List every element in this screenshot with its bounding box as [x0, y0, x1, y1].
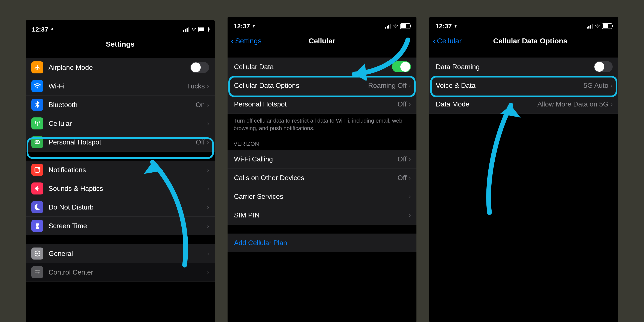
row-label: Calls on Other Devices [234, 174, 398, 182]
row-label: Wi-Fi [48, 82, 187, 90]
chevron-right-icon: › [207, 101, 209, 108]
row-label: Control Center [48, 268, 207, 276]
row-wifi-calling[interactable]: Wi-Fi Calling Off › [228, 150, 416, 168]
row-value: Allow More Data on 5G [537, 100, 608, 108]
chevron-right-icon: › [409, 212, 411, 219]
row-value: Roaming Off [368, 82, 406, 90]
row-value: Off [398, 155, 406, 163]
cellular-icon [31, 118, 43, 130]
row-data-roaming[interactable]: Data Roaming [429, 58, 618, 76]
sounds-icon [31, 182, 43, 194]
row-personal-hotspot[interactable]: Personal Hotspot Off › [228, 95, 416, 114]
row-sim-pin[interactable]: SIM PIN › [228, 206, 416, 224]
status-time: 12:37 [435, 22, 452, 30]
row-label: Add Cellular Plan [234, 239, 411, 247]
battery-icon [602, 24, 612, 29]
dnd-icon [31, 201, 43, 213]
bluetooth-icon [31, 99, 43, 111]
location-icon [50, 27, 54, 32]
toggle-switch[interactable] [594, 61, 613, 72]
annotation-arrow [483, 96, 530, 217]
back-button[interactable]: ‹ Settings [231, 33, 262, 48]
chevron-right-icon: › [207, 82, 209, 90]
wifi-status-icon [393, 24, 398, 28]
chevron-right-icon: › [409, 156, 411, 163]
row-calls-other-devices[interactable]: Calls on Other Devices Off › [228, 168, 416, 187]
toggle-switch[interactable] [392, 61, 411, 72]
location-icon [251, 24, 256, 28]
page-title: Settings [106, 40, 134, 48]
back-label: Settings [235, 37, 262, 45]
svg-rect-8 [35, 272, 40, 273]
general-icon [31, 248, 43, 260]
row-label: Airplane Mode [48, 64, 190, 72]
back-button[interactable]: ‹ Cellular [433, 33, 462, 48]
battery-icon [198, 26, 209, 32]
row-notifications[interactable]: Notifications › [26, 160, 215, 179]
row-airplane-mode[interactable]: Airplane Mode [26, 58, 215, 77]
chevron-left-icon: ‹ [231, 36, 234, 46]
chevron-right-icon: › [207, 166, 209, 174]
chevron-right-icon: › [610, 100, 613, 108]
notifications-icon [31, 164, 43, 176]
row-add-cellular-plan[interactable]: Add Cellular Plan [228, 234, 416, 252]
chevron-right-icon: › [207, 138, 209, 146]
row-do-not-disturb[interactable]: Do Not Disturb › [26, 198, 215, 216]
row-bluetooth[interactable]: Bluetooth On › [26, 96, 215, 114]
row-cellular-data-options[interactable]: Cellular Data Options Roaming Off › [228, 76, 416, 95]
hotspot-icon [31, 136, 43, 148]
row-screen-time[interactable]: Screen Time › [26, 216, 215, 235]
toggle-switch[interactable] [190, 62, 209, 73]
row-voice-and-data[interactable]: Voice & Data 5G Auto › [429, 76, 618, 95]
row-label: General [48, 250, 207, 258]
chevron-right-icon: › [409, 82, 411, 89]
status-time: 12:37 [234, 22, 250, 30]
row-value: Off [196, 138, 205, 146]
row-label: Wi-Fi Calling [234, 155, 398, 163]
row-label: Data Mode [436, 100, 537, 108]
chevron-right-icon: › [207, 268, 209, 276]
status-time: 12:37 [32, 26, 48, 33]
chevron-right-icon: › [207, 250, 209, 257]
wifi-status-icon [191, 27, 197, 32]
back-label: Cellular [437, 37, 462, 45]
screenshot-settings: 12:37 Settings Airplane Mode Wi-Fi Tucks… [26, 20, 215, 322]
navigation-bar: ‹ Settings Cellular [228, 33, 416, 48]
row-label: Sounds & Haptics [48, 184, 207, 192]
row-control-center[interactable]: Control Center › [26, 263, 215, 282]
chevron-right-icon: › [409, 193, 411, 200]
page-title: Cellular [309, 37, 336, 45]
row-value: Off [398, 174, 406, 182]
chevron-right-icon: › [610, 82, 613, 89]
row-personal-hotspot[interactable]: Personal Hotspot Off › [26, 133, 215, 152]
status-bar: 12:37 [429, 17, 618, 33]
row-label: SIM PIN [234, 211, 409, 219]
status-bar: 12:37 [26, 20, 215, 36]
row-label: Cellular Data [234, 63, 392, 71]
svg-point-3 [38, 167, 40, 169]
wifi-status-icon [595, 24, 600, 28]
row-value: Off [398, 100, 406, 108]
row-label: Screen Time [48, 222, 207, 230]
svg-rect-6 [35, 270, 40, 271]
row-label: Cellular Data Options [234, 82, 368, 90]
row-sounds-haptics[interactable]: Sounds & Haptics › [26, 179, 215, 198]
controlcenter-icon [31, 266, 43, 278]
screenshot-cellular: 12:37 ‹ Settings Cellular Cellular Data … [228, 17, 416, 322]
section-header-carrier: VERIZON [228, 133, 416, 150]
chevron-right-icon: › [207, 120, 209, 127]
navigation-bar: ‹ Cellular Cellular Data Options [429, 33, 618, 48]
row-value: Tucks [187, 82, 205, 90]
page-title: Cellular Data Options [480, 37, 567, 45]
row-wifi[interactable]: Wi-Fi Tucks › [26, 77, 215, 96]
row-data-mode[interactable]: Data Mode Allow More Data on 5G › [429, 95, 618, 114]
chevron-left-icon: ‹ [433, 36, 436, 46]
row-label: Personal Hotspot [48, 138, 196, 146]
row-label: Notifications [48, 166, 207, 174]
row-carrier-services[interactable]: Carrier Services › [228, 187, 416, 206]
row-general[interactable]: General › [26, 244, 215, 263]
cellular-signal-icon [587, 24, 593, 28]
row-cellular[interactable]: Cellular › [26, 114, 215, 133]
row-label: Carrier Services [234, 192, 409, 200]
row-cellular-data[interactable]: Cellular Data [228, 58, 416, 76]
